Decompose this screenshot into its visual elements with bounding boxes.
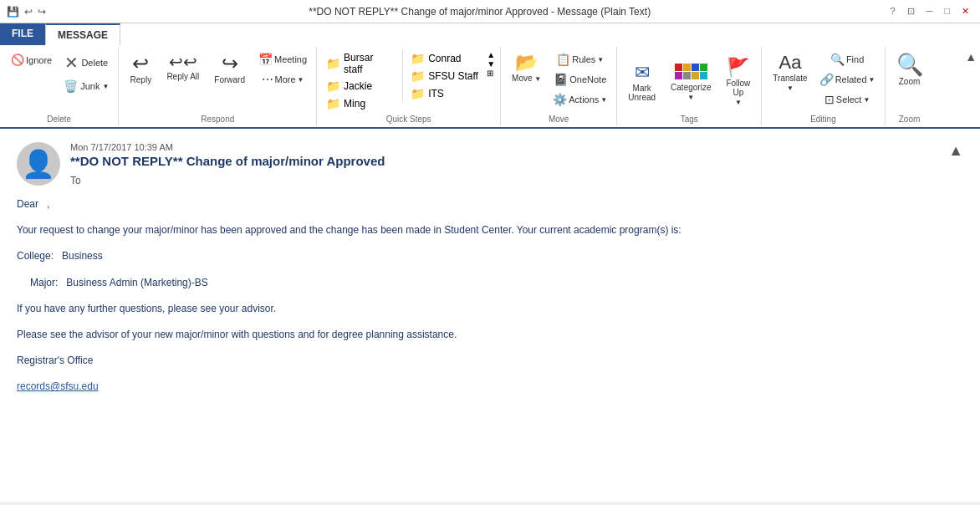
color-grid: [675, 64, 707, 79]
window-title: **DO NOT REPLY** Change of major/minor A…: [74, 6, 886, 18]
followup-button[interactable]: 🚩 Follow Up ▼: [720, 55, 756, 110]
move-sub: 📋 Rules ▼ 📓 OneNote ⚙️ Actions ▼: [549, 50, 611, 109]
quicksteps-content: 📁 Bursar staff 📁 Jackie 📁 Ming 📁 Conrad: [322, 50, 495, 115]
email-college-line: College: Business: [17, 248, 963, 264]
folder-blue-icon: 📁: [411, 69, 425, 83]
folder-blue-icon: 📁: [411, 87, 425, 100]
move-group-content: 📂 Move ▼ 📋 Rules ▼ 📓 OneNote ⚙️ Actions …: [506, 50, 611, 115]
email-link[interactable]: records@sfsu.edu: [17, 380, 99, 392]
email-body: 👤 Mon 7/17/2017 10:39 AM **DO NOT REPLY*…: [0, 129, 980, 502]
ribbon-group-respond: ↩ Reply ↩↩ Reply All ↪ Forward 📅 Meeting…: [119, 47, 317, 125]
categorize-button[interactable]: Categorize ▼: [665, 60, 717, 105]
email-greeting: Dear ,: [17, 196, 963, 212]
email-subject: **DO NOT REPLY** Change of major/minor A…: [70, 154, 938, 168]
qs-bursar-staff[interactable]: 📁 Bursar staff: [322, 50, 399, 77]
email-signature: Registrar's Office: [17, 353, 963, 369]
email-major-line: Major: Business Admin (Marketing)-BS: [17, 275, 963, 291]
ribbon-group-move: 📂 Move ▼ 📋 Rules ▼ 📓 OneNote ⚙️ Actions …: [501, 47, 617, 125]
qs-jackie[interactable]: 📁 Jackie: [322, 78, 399, 94]
zoom-group-content: 🔍 Zoom: [891, 50, 929, 115]
ignore-button[interactable]: 🚫 Ignore: [5, 50, 58, 69]
tab-message[interactable]: MESSAGE: [45, 23, 120, 45]
folder-icon: 📁: [326, 57, 340, 70]
delete-button[interactable]: ✕ Delete: [59, 50, 113, 75]
mark-unread-button[interactable]: ✉ Mark Unread: [622, 60, 661, 105]
qs-col2: 📁 Conrad 📁 SFSU Staff 📁 ITS: [402, 50, 483, 102]
qs-ming[interactable]: 📁 Ming: [322, 95, 399, 112]
meeting-button[interactable]: 📅 Meeting: [254, 50, 311, 69]
respond-group-content: ↩ Reply ↩↩ Reply All ↪ Forward 📅 Meeting…: [124, 50, 311, 115]
qs-scroll-up[interactable]: ▲: [487, 50, 495, 59]
ribbon-group-editing: Aa Translate ▼ 🔍 Find 🔗 Related ▼ ⊡ Sele…: [762, 47, 885, 125]
restore-button[interactable]: ⊡: [903, 5, 919, 18]
delete-group-content: 🚫 Ignore ✕ Delete 🗑️ Junk ▼: [5, 50, 113, 115]
onenote-button[interactable]: 📓 OneNote: [549, 70, 611, 89]
related-button[interactable]: 🔗 Related ▼: [815, 70, 880, 89]
reply-all-button[interactable]: ↩↩ Reply All: [161, 50, 205, 84]
qs-scroll-down[interactable]: ▼: [487, 59, 495, 69]
titlebar-redo[interactable]: ↪: [38, 6, 46, 18]
ribbon-collapse[interactable]: ▲: [962, 47, 980, 125]
junk-button[interactable]: 🗑️ Junk ▼: [59, 77, 113, 95]
tags-group-content: ✉ Mark Unread Categorize ▼ 🚩: [622, 50, 756, 115]
qs-scroll: ▲ ▼ ⊞: [487, 50, 495, 78]
forward-button[interactable]: ↪ Forward: [208, 50, 251, 88]
translate-button[interactable]: Aa Translate ▼: [767, 50, 813, 95]
avatar-icon: 👤: [22, 148, 55, 180]
ribbon-group-quicksteps: 📁 Bursar staff 📁 Jackie 📁 Ming 📁 Conrad: [317, 47, 501, 125]
qs-its[interactable]: 📁 ITS: [406, 85, 483, 102]
move-button[interactable]: 📂 Move ▼: [506, 50, 547, 86]
close-button[interactable]: ✕: [957, 5, 973, 18]
email-paragraph2: If you have any further questions, pleas…: [17, 301, 963, 317]
email-date: Mon 7/17/2017 10:39 AM: [70, 142, 938, 152]
email-to-line: To: [70, 175, 938, 186]
email-content: Dear , Your request to change your major…: [17, 196, 963, 395]
ribbon: 🚫 Ignore ✕ Delete 🗑️ Junk ▼ Delete ↩: [0, 45, 980, 129]
rules-button[interactable]: 📋 Rules ▼: [549, 50, 611, 69]
editing-group-content: Aa Translate ▼ 🔍 Find 🔗 Related ▼ ⊡ Sele…: [767, 50, 879, 115]
qs-expand[interactable]: ⊞: [487, 69, 495, 78]
email-meta: Mon 7/17/2017 10:39 AM **DO NOT REPLY** …: [70, 142, 938, 186]
title-bar: 💾 ↩ ↪ **DO NOT REPLY** Change of major/m…: [0, 0, 980, 23]
email-paragraph3: Please see the advisor of your new major…: [17, 327, 963, 343]
respond-sub: 📅 Meeting ⋯ More ▼: [254, 50, 311, 89]
tab-file[interactable]: FILE: [0, 23, 45, 45]
find-button[interactable]: 🔍 Find: [815, 50, 880, 69]
ribbon-tabs: FILE MESSAGE: [0, 23, 980, 45]
qs-conrad[interactable]: 📁 Conrad: [406, 50, 483, 67]
zoom-button[interactable]: 🔍 Zoom: [891, 50, 929, 89]
editing-sub: 🔍 Find 🔗 Related ▼ ⊡ Select ▼: [815, 50, 880, 109]
email-link-line: records@sfsu.edu: [17, 379, 963, 395]
actions-button[interactable]: ⚙️ Actions ▼: [549, 90, 611, 109]
avatar: 👤: [17, 142, 60, 186]
titlebar-save[interactable]: 💾: [7, 6, 19, 18]
qs-col1: 📁 Bursar staff 📁 Jackie 📁 Ming: [322, 50, 399, 112]
titlebar-undo[interactable]: ↩: [24, 6, 33, 18]
folder-icon: 📁: [326, 79, 340, 93]
window-controls: ? ⊡ ─ □ ✕: [886, 5, 973, 18]
ribbon-group-zoom: 🔍 Zoom Zoom: [886, 47, 934, 125]
email-paragraph1: Your request to change your major/minor …: [17, 222, 963, 238]
qs-sfsu-staff[interactable]: 📁 SFSU Staff: [406, 68, 483, 84]
help-button[interactable]: ?: [886, 5, 899, 18]
delete-sub-group: ✕ Delete 🗑️ Junk ▼: [59, 50, 113, 95]
ribbon-group-delete: 🚫 Ignore ✕ Delete 🗑️ Junk ▼ Delete: [0, 47, 119, 125]
email-header: 👤 Mon 7/17/2017 10:39 AM **DO NOT REPLY*…: [17, 142, 963, 186]
reply-button[interactable]: ↩ Reply: [124, 50, 157, 88]
maximize-button[interactable]: □: [940, 5, 954, 18]
folder-icon: 📁: [326, 97, 340, 110]
select-button[interactable]: ⊡ Select ▼: [815, 90, 880, 109]
folder-blue-icon: 📁: [411, 52, 425, 65]
collapse-email-button[interactable]: ▲: [948, 142, 963, 160]
minimize-button[interactable]: ─: [922, 5, 937, 18]
more-button[interactable]: ⋯ More ▼: [254, 70, 311, 89]
ribbon-group-tags: ✉ Mark Unread Categorize ▼ 🚩: [617, 47, 762, 125]
